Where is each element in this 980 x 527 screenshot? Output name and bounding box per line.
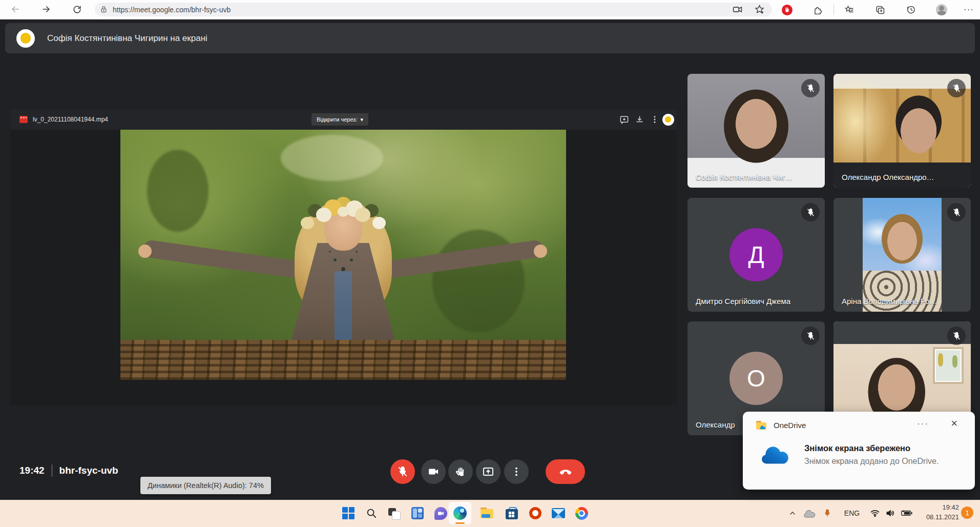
wifi-icon[interactable] [868, 506, 882, 520]
edge-browser-icon[interactable] [453, 506, 467, 520]
taskbar-clock[interactable]: 19:42 08.11.2021 [925, 503, 959, 522]
player-more-icon[interactable] [649, 113, 661, 126]
history-icon[interactable] [904, 3, 918, 16]
video-filename: lv_0_20211108041944.mp4 [33, 116, 108, 123]
mic-off-icon [801, 327, 820, 345]
desktop-screen: https://meet.google.com/bhr-fsyc-uvb ··· [0, 0, 980, 527]
task-view-icon[interactable] [387, 506, 402, 520]
search-icon[interactable] [364, 506, 379, 520]
girl-arm-left [142, 239, 307, 279]
file-explorer-icon[interactable] [480, 506, 494, 520]
notification-badge[interactable]: 1 [961, 506, 973, 519]
raise-hand-button[interactable] [448, 459, 473, 484]
chrome-icon[interactable] [574, 506, 589, 520]
participant-avatar: Д [729, 228, 783, 281]
video-file-icon [19, 116, 28, 123]
start-button-icon[interactable] [341, 506, 356, 520]
tray-time: 19:42 [925, 503, 959, 513]
forward-icon[interactable] [40, 3, 52, 15]
participant-name: Олександр Олександро… [842, 173, 934, 181]
back-icon[interactable] [9, 3, 22, 15]
widgets-icon[interactable] [410, 506, 425, 520]
participant-name: Олександр [696, 420, 735, 429]
mic-mute-button[interactable] [390, 459, 415, 484]
shared-video-content [120, 130, 566, 380]
url-text: https://meet.google.com/bhr-fsyc-uvb [113, 6, 732, 14]
toolbar-divider [833, 5, 834, 15]
address-bar[interactable]: https://meet.google.com/bhr-fsyc-uvb [95, 3, 772, 16]
presenting-banner-text: Софія Костянтинівна Чигирин на екрані [47, 33, 207, 44]
toast-more-icon[interactable]: ··· [917, 419, 929, 429]
reload-icon[interactable] [71, 3, 83, 15]
participant-name: Дмитро Сергійович Джема [696, 297, 790, 306]
participant-avatar: О [729, 352, 783, 405]
profile-avatar-icon[interactable] [935, 3, 948, 16]
participant-tile[interactable]: Аріна Володимирівна Ро… [833, 198, 971, 312]
participant-video [863, 198, 942, 312]
volume-tooltip: Динамики (Realtek(R) Audio): 74% [140, 477, 271, 494]
chevron-down-icon: ▾ [360, 116, 363, 123]
mic-off-icon [947, 327, 966, 345]
meeting-time: 19:42 [19, 465, 45, 476]
presenter-avatar-sun-icon [16, 29, 35, 48]
onedrive-notification: OneDrive ··· × Знімок екрана збережено З… [743, 412, 975, 490]
extensions-icon[interactable] [811, 3, 824, 16]
language-indicator[interactable]: ENG [842, 506, 862, 520]
collections-icon[interactable] [873, 3, 887, 16]
lock-icon [100, 6, 108, 13]
browser-toolbar: https://meet.google.com/bhr-fsyc-uvb ··· [0, 0, 980, 19]
mic-off-icon [947, 203, 966, 221]
wattle-fence [120, 340, 566, 380]
onedrive-cloud-icon [758, 443, 791, 467]
open-with-button[interactable]: Відкрити через:▾ [311, 113, 368, 126]
microsoft-store-icon[interactable] [505, 506, 519, 520]
active-app-indicator [455, 522, 465, 524]
chat-icon[interactable] [433, 506, 448, 520]
tab-camera-icon[interactable] [732, 4, 743, 15]
more-options-button[interactable] [504, 459, 529, 484]
toast-app-name: OneDrive [774, 421, 806, 430]
volume-icon[interactable] [883, 506, 898, 520]
mic-in-use-icon[interactable] [820, 506, 835, 520]
onedrive-folder-icon [756, 421, 767, 430]
toast-subtitle: Знімок екрана додано до OneDrive. [804, 457, 939, 466]
onedrive-tray-icon[interactable] [802, 506, 817, 520]
wall-picture [933, 347, 964, 384]
hang-up-button[interactable] [546, 459, 585, 484]
account-avatar-sun-icon[interactable] [662, 113, 674, 126]
mail-icon[interactable] [551, 506, 566, 520]
add-note-icon[interactable] [618, 113, 630, 126]
mic-off-icon [801, 203, 820, 221]
toast-close-icon[interactable]: × [951, 417, 957, 430]
flower-wreath [338, 207, 349, 217]
present-screen-button[interactable] [476, 459, 501, 484]
tray-chevron-icon[interactable] [785, 506, 800, 520]
add-favorite-icon[interactable] [754, 4, 765, 15]
favorites-bar-icon[interactable] [843, 3, 856, 16]
battery-charging-icon[interactable] [900, 506, 914, 520]
participant-tile[interactable]: Д Дмитро Сергійович Джема [687, 198, 825, 312]
girl-necklace [341, 267, 345, 271]
tray-date: 08.11.2021 [925, 513, 959, 522]
camera-button[interactable] [421, 459, 446, 484]
shared-screen-player: lv_0_20211108041944.mp4 Відкрити через:▾ [10, 109, 677, 405]
mic-off-icon [801, 79, 820, 97]
download-icon[interactable] [633, 113, 645, 126]
mic-off-icon [947, 79, 966, 97]
participant-name: Софія Костянтинівна Чиг… [696, 173, 793, 181]
participant-tile[interactable]: Олександр Олександро… [833, 74, 971, 188]
toast-title: Знімок екрана збережено [804, 443, 910, 453]
meeting-info: 19:42 bhr-fsyc-uvb [19, 464, 118, 477]
participant-tile[interactable]: Софія Костянтинівна Чиг… [687, 74, 825, 188]
participant-name: Аріна Володимирівна Ро… [842, 297, 937, 306]
meeting-code: bhr-fsyc-uvb [59, 465, 118, 476]
adblock-extension-icon[interactable] [780, 3, 794, 16]
presenting-banner: Софія Костянтинівна Чигирин на екрані [5, 23, 975, 53]
office-icon[interactable] [528, 506, 543, 520]
browser-menu-icon[interactable]: ··· [962, 3, 975, 16]
